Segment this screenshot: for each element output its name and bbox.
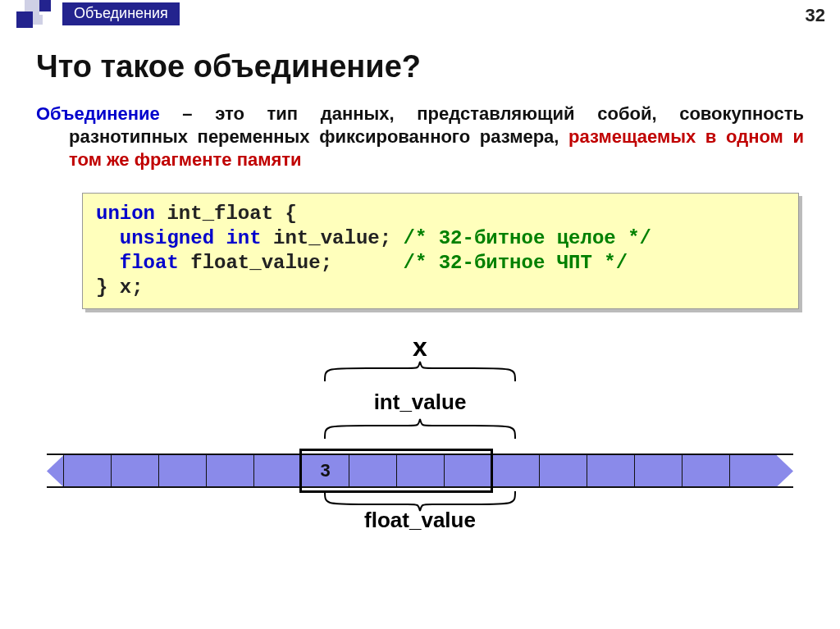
slide-header: Объединения 32 — [0, 0, 840, 28]
code-keyword: float — [120, 252, 179, 274]
diagram-variable-label: x — [36, 332, 804, 362]
memory-strip: 3 — [47, 454, 793, 488]
code-text: float_value; — [179, 252, 404, 274]
code-keyword: int — [226, 227, 261, 249]
code-text: } x; — [96, 276, 144, 299]
memory-cell — [539, 455, 587, 486]
memory-cell — [349, 455, 396, 486]
memory-cell — [158, 455, 206, 486]
code-keyword: union — [96, 203, 155, 225]
memory-cell — [587, 455, 634, 486]
memory-cell — [63, 455, 111, 486]
memory-cell — [206, 455, 253, 486]
memory-cell-value: 3 — [301, 455, 349, 486]
strip-end-left-icon — [47, 455, 63, 486]
memory-cell — [444, 455, 491, 486]
code-comment: /* 32-битное целое */ — [403, 227, 651, 249]
slide-title: Что такое объединение? — [36, 49, 804, 84]
memory-cell — [253, 455, 301, 486]
brace-top-x-icon — [322, 360, 518, 383]
memory-cell — [396, 455, 444, 486]
definition-term: Объединение — [36, 103, 160, 124]
memory-cell — [682, 455, 729, 486]
strip-end-right-icon — [777, 455, 793, 486]
section-tab: Объединения — [62, 2, 180, 25]
code-comment: /* 32-битное ЧПТ */ — [403, 252, 628, 274]
memory-cell — [634, 455, 682, 486]
diagram-float-label: float_value — [36, 508, 804, 533]
memory-cell — [111, 455, 158, 486]
memory-cell — [729, 455, 777, 486]
memory-diagram: x int_value 3 — [36, 332, 804, 578]
page-number: 32 — [806, 5, 825, 26]
code-keyword: unsigned — [120, 227, 214, 249]
logo-squares — [0, 0, 57, 28]
code-block: union int_float { unsigned int int_value… — [82, 193, 799, 309]
code-text: int_value; — [262, 227, 404, 249]
brace-top-int-icon — [322, 417, 518, 440]
definition-paragraph: Объединение – это тип данных, представля… — [36, 103, 804, 171]
memory-cell — [491, 455, 539, 486]
code-text: int_float { — [155, 203, 297, 225]
diagram-int-label: int_value — [36, 390, 804, 415]
